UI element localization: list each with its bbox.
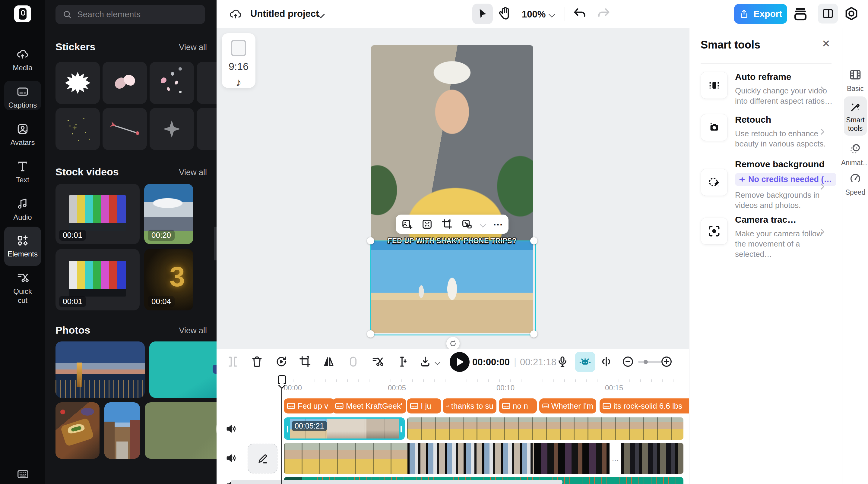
sticker-burst[interactable] [56,62,100,104]
overlay-clip-2[interactable] [407,417,683,440]
timeline-zoom-in-icon[interactable] [660,355,673,368]
more-options-icon[interactable]: … [493,216,504,228]
photo-puppy[interactable] [145,402,217,459]
photo-boat[interactable] [149,342,217,398]
tool-title[interactable]: Camera trac… [735,215,796,225]
sidebar-item-elements[interactable]: Elements [0,234,45,259]
render-queue-icon[interactable] [792,5,809,22]
tab-speed[interactable]: Speed [844,172,867,196]
caption-clip[interactable]: its rock-solid 6.6 lbs [599,398,689,414]
mirror-flip-icon[interactable] [322,355,335,368]
search-input[interactable]: Search elements [56,5,205,24]
caption-clip[interactable]: Whether I'm [539,398,596,414]
selection-handle-top-right[interactable] [530,237,537,245]
stock-videos-view-all[interactable]: View all [175,168,207,177]
download-chevron-icon[interactable] [435,359,440,365]
track1-mute-icon[interactable] [225,422,238,435]
timeline[interactable]: 00:00 00:05 00:10 00:15 Fed up v Meet Kr… [217,375,689,484]
sticker-butterfly[interactable] [102,62,147,104]
sticker-arrow[interactable] [102,108,147,150]
rotate-icon[interactable] [275,355,288,368]
text-insert-icon[interactable] [395,355,409,368]
stickers-view-all[interactable]: View all [175,43,207,52]
photo-cityscape[interactable] [56,342,145,398]
track2-mute-icon[interactable] [225,451,238,465]
edit-captions-button[interactable] [248,444,277,474]
sticker-star[interactable] [150,108,194,150]
caption-clip[interactable]: Meet KraftGeek' [332,398,406,414]
selection-box[interactable] [370,240,536,335]
main-track-clip[interactable]: … [284,443,683,474]
sidebar-item-avatars[interactable]: Avatars [0,122,45,147]
sidebar-item-text[interactable]: Text [0,160,45,185]
undo-button[interactable] [572,6,588,22]
tab-basic[interactable]: Basic [844,68,867,93]
swap-chevron-icon[interactable] [480,222,486,228]
swap-media-icon[interactable] [461,218,473,230]
photo-tacos[interactable] [56,402,99,459]
main-video-clip[interactable] [371,45,533,241]
export-button[interactable]: Export [734,4,787,24]
sticker-petals[interactable] [150,62,194,104]
aspect-ratio-card[interactable]: 9:16 ♪ [222,33,255,88]
sticker-partial-2[interactable] [197,108,217,150]
chevron-right-icon[interactable] [818,127,827,136]
download-icon[interactable] [418,355,432,368]
trim-handle-left[interactable] [285,419,290,440]
preview-canvas[interactable]: 9:16 ♪ FED UP WITH SHAKY PHONE TRIPS? [217,28,689,349]
mask-icon[interactable] [346,355,360,368]
zoom-chevron-icon[interactable] [549,11,555,18]
caption-clip[interactable]: no n [499,398,537,414]
caption-clip[interactable]: thanks to su [443,398,496,414]
photo-street[interactable] [104,402,140,459]
tab-smart-tools[interactable]: Smart tools [844,96,867,136]
cloud-sync-icon[interactable] [228,7,243,21]
sticker-partial[interactable] [197,62,217,104]
voiceover-mic-icon[interactable] [556,355,569,368]
zoom-level[interactable]: 100% [522,9,546,20]
stock-video-colorbars-2[interactable]: 00:01 [56,249,140,311]
stock-video-countdown[interactable]: 3 00:04 [144,249,193,311]
crop-tool-icon[interactable] [298,355,312,368]
ai-assistant-button[interactable] [575,352,595,372]
keyframe-icon[interactable] [599,355,613,368]
select-tool-button[interactable] [472,4,493,24]
keyboard-shortcuts-icon[interactable] [16,467,30,481]
playhead-line[interactable] [281,379,282,484]
tab-animation[interactable]: Animat… [844,142,867,167]
tool-title[interactable]: Retouch [735,115,771,125]
photos-view-all[interactable]: View all [175,326,207,335]
sidebar-item-audio[interactable]: Audio [0,197,45,222]
settings-gear-icon[interactable] [843,5,860,22]
toggle-panel-button[interactable] [818,4,838,24]
project-title[interactable]: Untitled project [250,8,319,19]
crop-icon[interactable] [441,218,453,230]
trim-handle-right[interactable] [399,419,404,440]
stock-video-colorbars[interactable]: 00:01 [56,184,140,244]
close-icon[interactable]: × [822,37,830,50]
selection-handle-top-left[interactable] [367,237,374,245]
redo-button[interactable] [596,6,612,22]
selection-handle-bottom-left[interactable] [367,330,374,337]
chevron-right-icon[interactable] [818,85,827,94]
fit-frame-icon[interactable] [421,218,433,230]
replace-media-icon[interactable] [401,218,413,230]
sidebar-item-media[interactable]: Media [0,47,45,72]
razor-split-icon[interactable] [371,355,384,368]
sidebar-item-quick-cut[interactable]: Quick cut [0,271,45,305]
timeline-scrollbar[interactable] [231,480,562,484]
tool-title[interactable]: Remove background [735,159,825,169]
caption-clip[interactable]: I ju [407,398,441,414]
hand-tool-button[interactable] [496,5,513,22]
rotate-handle[interactable] [446,337,460,350]
selected-overlay-clip[interactable]: 00:05:21 [284,417,405,440]
timeline-zoom-slider[interactable] [638,361,661,363]
selection-handle-bottom-right[interactable] [530,330,537,337]
chevron-right-icon[interactable] [818,227,827,236]
stock-video-mountain[interactable]: 00:20 [144,184,193,244]
sticker-sparkle-dots[interactable] [56,108,100,150]
delete-icon[interactable] [250,355,264,368]
app-logo[interactable] [14,5,31,22]
sidebar-item-captions[interactable]: Captions [0,85,45,110]
caption-clip[interactable]: Fed up v [284,398,335,414]
